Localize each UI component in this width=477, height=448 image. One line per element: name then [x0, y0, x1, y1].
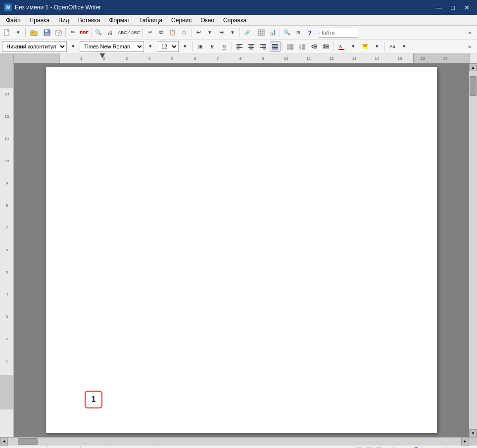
svg-text:3: 3 — [126, 56, 128, 61]
page-number-badge: 1 — [85, 391, 102, 408]
spell-button[interactable]: ABC✓ — [119, 27, 130, 38]
scroll-v-track[interactable] — [469, 71, 477, 429]
menu-window[interactable]: Окно — [196, 16, 218, 25]
char-format-button[interactable]: Аа — [387, 41, 398, 52]
italic-button[interactable]: К — [207, 41, 218, 52]
svg-rect-4 — [45, 30, 48, 32]
doc-icon3[interactable] — [374, 447, 383, 448]
clone-button[interactable]: ⬡ — [179, 27, 190, 38]
ruler-corner — [0, 53, 14, 63]
sep1 — [25, 28, 26, 37]
autocorrect-button[interactable]: ABC — [130, 27, 141, 38]
doc-icon1[interactable] — [354, 447, 363, 448]
svg-text:8: 8 — [6, 203, 8, 208]
find-button[interactable]: 🔍 — [282, 27, 292, 38]
bold-button[interactable]: Ж — [195, 41, 206, 52]
scroll-right-button[interactable]: ► — [461, 438, 469, 446]
svg-text:14: 14 — [375, 56, 380, 61]
decrease-indent-button[interactable] — [309, 41, 320, 52]
svg-text:2: 2 — [103, 56, 105, 61]
style-dropdown[interactable]: ▾ — [68, 41, 79, 52]
align-center-button[interactable] — [246, 41, 257, 52]
toolbar2-expand[interactable]: » — [464, 41, 475, 52]
table-button[interactable] — [256, 27, 267, 38]
zoom-out-button[interactable]: 🔍 — [389, 446, 400, 448]
new-dropdown[interactable]: ▾ — [13, 27, 24, 38]
print-preview-button[interactable]: 🔍 — [93, 27, 104, 38]
menu-file[interactable]: Файл — [2, 16, 25, 25]
paragraph-style-select[interactable]: Нижний колонтитул — [2, 41, 67, 52]
copy-button[interactable]: ⧉ — [156, 27, 167, 38]
style-info: Обычный — [48, 446, 81, 448]
underline-button[interactable]: Ч — [219, 41, 230, 52]
highlight-dropdown[interactable]: ▾ — [372, 41, 382, 52]
new-button[interactable] — [1, 27, 12, 38]
font-name-select[interactable]: Times New Roman — [80, 41, 144, 52]
scroll-up-button[interactable]: ▲ — [469, 63, 477, 71]
svg-text:10: 10 — [5, 159, 9, 163]
svg-text:10: 10 — [284, 56, 288, 61]
zoom-in-button[interactable]: 🔍 — [443, 446, 454, 448]
pdf-button[interactable]: PDF — [79, 27, 90, 38]
font-size-select[interactable]: 12 — [157, 41, 179, 52]
svg-rect-47 — [338, 49, 344, 50]
document-area[interactable]: 1 — [14, 63, 469, 437]
scroll-v-thumb[interactable] — [470, 76, 477, 96]
scroll-h-thumb[interactable] — [18, 438, 38, 445]
doc-icon2[interactable] — [364, 447, 373, 448]
svg-text:8: 8 — [239, 56, 242, 61]
navigator-button[interactable]: ⊞ — [293, 27, 304, 38]
menu-insert[interactable]: Вставка — [74, 16, 104, 25]
chart-button[interactable]: 📊 — [267, 27, 278, 38]
save-button[interactable] — [42, 27, 52, 38]
sep5 — [143, 28, 143, 37]
menu-help[interactable]: Справка — [219, 16, 250, 25]
help-button[interactable]: ? — [304, 27, 315, 38]
fmt-sep4 — [334, 42, 334, 51]
align-justify-button[interactable] — [270, 41, 281, 52]
open-button[interactable] — [27, 27, 41, 38]
increase-indent-button[interactable] — [321, 41, 332, 52]
svg-text:5: 5 — [171, 56, 174, 61]
maximize-button[interactable]: □ — [446, 2, 459, 12]
main-area: 13 12 11 10 9 8 7 6 5 4 3 2 1 1 ▲ ▼ — [0, 63, 477, 437]
toolbar-expand[interactable]: » — [465, 27, 476, 38]
cut-button[interactable]: ✂ — [144, 27, 155, 38]
edit-button[interactable]: ✏ — [67, 27, 78, 38]
size-dropdown[interactable]: ▾ — [180, 41, 191, 52]
hyperlink-button[interactable]: 🔗 — [241, 27, 252, 38]
minimize-button[interactable]: — — [432, 2, 445, 12]
highlight-button[interactable] — [360, 41, 371, 52]
paste-button[interactable]: 📋 — [167, 27, 178, 38]
svg-rect-5 — [45, 33, 49, 36]
align-right-button[interactable] — [258, 41, 269, 52]
email-button[interactable] — [53, 27, 64, 38]
menu-tools[interactable]: Сервис — [167, 16, 195, 25]
undo-button[interactable]: ↩ — [193, 27, 204, 38]
print-button[interactable]: 🖨 — [104, 27, 115, 38]
menu-view[interactable]: Вид — [54, 16, 73, 25]
page-info: Страница 1 / 1 — [3, 446, 48, 448]
font-color-button[interactable]: A — [336, 41, 347, 52]
svg-text:13: 13 — [5, 92, 9, 96]
scroll-corner — [469, 438, 477, 446]
numbered-list-button[interactable]: 1.2.3. — [297, 41, 308, 52]
undo-dropdown[interactable]: ▾ — [204, 27, 215, 38]
menu-format[interactable]: Формат — [105, 16, 134, 25]
sep3 — [91, 28, 92, 37]
char-format-dropdown[interactable]: ▾ — [399, 41, 410, 52]
scroll-left-button[interactable]: ◄ — [0, 438, 8, 446]
svg-text:9: 9 — [6, 181, 8, 185]
menu-table[interactable]: Таблица — [135, 16, 166, 25]
bullet-list-button[interactable] — [285, 41, 296, 52]
close-button[interactable]: ✕ — [460, 2, 473, 12]
redo-button[interactable]: ↪ — [216, 27, 227, 38]
align-left-button[interactable] — [234, 41, 245, 52]
scroll-down-button[interactable]: ▼ — [469, 429, 477, 437]
menu-edit[interactable]: Правка — [26, 16, 54, 25]
redo-dropdown[interactable]: ▾ — [227, 27, 238, 38]
scroll-h-track[interactable] — [8, 438, 461, 446]
font-color-dropdown[interactable]: ▾ — [348, 41, 359, 52]
find-input[interactable] — [319, 28, 358, 38]
font-dropdown[interactable]: ▾ — [145, 41, 156, 52]
